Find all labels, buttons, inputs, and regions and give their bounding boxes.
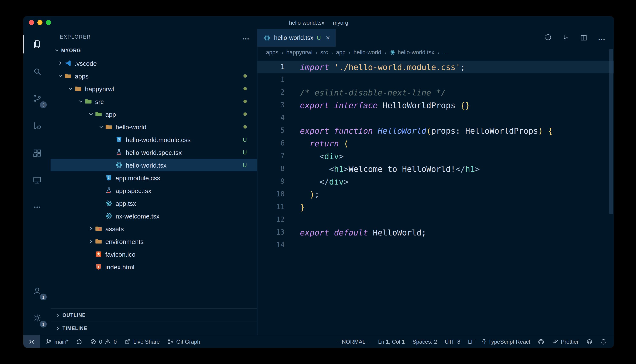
- chevron-right-icon: ›: [331, 49, 333, 56]
- status-indentation[interactable]: Spaces: 2: [409, 335, 441, 348]
- activity-more-views[interactable]: [23, 194, 51, 220]
- timeline-section-header[interactable]: TIMELINE: [51, 322, 257, 335]
- tree-item-environments[interactable]: environments: [51, 235, 257, 248]
- status-live-share[interactable]: Live Share: [120, 335, 163, 348]
- status-github[interactable]: [534, 335, 548, 348]
- activity-run-and-debug[interactable]: [23, 112, 51, 139]
- status-cursor-position[interactable]: Ln 1, Col 1: [374, 335, 409, 348]
- tree-item-index-html[interactable]: 5index.html: [51, 260, 257, 273]
- status-feedback[interactable]: [582, 335, 596, 348]
- github-icon: [538, 338, 544, 345]
- git-status-badge: U: [243, 149, 247, 156]
- react-icon: [115, 161, 123, 169]
- views-more-actions-button[interactable]: …: [242, 33, 249, 40]
- line-number: 12: [258, 214, 285, 226]
- tab-bar: hello-world.tsx U × …: [258, 29, 614, 47]
- status-label: Spaces: 2: [412, 338, 437, 345]
- breadcrumb-item-file[interactable]: hello-world.tsx: [389, 49, 435, 56]
- tree-label: environments: [105, 238, 247, 245]
- tab-hello-world-tsx[interactable]: hello-world.tsx U ×: [258, 29, 336, 47]
- status-label: -- NORMAL --: [337, 338, 370, 345]
- activity-settings[interactable]: 1: [23, 304, 51, 331]
- workspace-section-header[interactable]: MYORG: [51, 45, 257, 56]
- status-vim-mode[interactable]: -- NORMAL --: [333, 335, 374, 348]
- code-editor[interactable]: 1import './hello-world.module.css';12/* …: [258, 58, 614, 335]
- status-eol[interactable]: LF: [464, 335, 478, 348]
- chevron-down-icon: [77, 98, 85, 104]
- svg-text:3: 3: [118, 138, 120, 141]
- tree-item-apps[interactable]: apps: [51, 70, 257, 82]
- tree-item--vscode[interactable]: .vscode: [51, 57, 257, 70]
- tree-item-app[interactable]: app: [51, 108, 257, 120]
- close-button[interactable]: [29, 20, 34, 25]
- open-changes-button[interactable]: [562, 34, 570, 42]
- tree-item-app-module-css[interactable]: 3app.module.css: [51, 172, 257, 184]
- breadcrumb-item[interactable]: happynrwl: [286, 49, 312, 56]
- code-line: 12: [258, 214, 614, 226]
- tree-label: app.module.css: [116, 174, 247, 181]
- tree-item-nx-welcome-tsx[interactable]: nx-welcome.tsx: [51, 210, 257, 222]
- line-number: 3: [258, 99, 285, 112]
- editor-group: hello-world.tsx U × … apps›happynrwl›src…: [258, 29, 614, 335]
- tree-label: apps: [75, 72, 244, 80]
- tree-item-app-spec-tsx[interactable]: app.spec.tsx: [51, 184, 257, 197]
- share-icon: [124, 338, 131, 345]
- outline-section-header[interactable]: OUTLINE: [51, 308, 257, 322]
- titlebar[interactable]: hello-world.tsx — myorg: [23, 16, 614, 29]
- tree-item-app-tsx[interactable]: app.tsx: [51, 197, 257, 210]
- status-remote-indicator[interactable]: [23, 335, 40, 348]
- editor-scrollbar[interactable]: [609, 49, 613, 214]
- tree-item-src[interactable]: src: [51, 95, 257, 108]
- status-git-graph[interactable]: Git Graph: [163, 335, 204, 348]
- code-line: 10 );: [258, 188, 614, 201]
- tree-item-assets[interactable]: assets: [51, 222, 257, 235]
- breadcrumb-item[interactable]: src: [320, 49, 328, 56]
- vscode-icon: [64, 60, 72, 67]
- line-number: 8: [258, 162, 285, 175]
- breadcrumb-tail[interactable]: …: [442, 49, 448, 56]
- close-tab-button[interactable]: ×: [326, 34, 330, 42]
- activity-explorer[interactable]: [23, 30, 51, 58]
- status-prettier[interactable]: Prettier: [548, 335, 582, 348]
- status-bar: main*00Live ShareGit Graph -- NORMAL --L…: [23, 335, 614, 348]
- line-number: 1: [258, 74, 285, 86]
- chevron-right-icon: [57, 60, 64, 66]
- tree-item-hello-world-module-css[interactable]: 3hello-world.module.cssU: [51, 133, 257, 146]
- tree-item-hello-world-tsx[interactable]: hello-world.tsxU: [51, 159, 257, 172]
- tree-item-happynrwl[interactable]: happynrwl: [51, 82, 257, 95]
- remote-icon: [32, 175, 42, 185]
- tree-item-favicon-ico[interactable]: favicon.ico: [51, 248, 257, 260]
- activity-bar: 3 11: [23, 29, 51, 335]
- code-text: <div>: [300, 150, 344, 162]
- chevron-right-icon: ›: [315, 49, 317, 56]
- status-problems[interactable]: 00: [86, 335, 121, 348]
- activity-remote-explorer[interactable]: [23, 166, 51, 194]
- activity-badge: 1: [40, 321, 47, 328]
- status-sync[interactable]: [72, 335, 86, 348]
- feedback-icon: [586, 338, 593, 345]
- status-language-mode[interactable]: {}TypeScript React: [478, 335, 534, 348]
- activity-search[interactable]: [23, 58, 51, 85]
- chevron-down-icon: [54, 48, 60, 54]
- code-text: <h1>Welcome to HelloWorld!</h1>: [300, 162, 480, 175]
- chevron-right-icon: [55, 312, 61, 318]
- breadcrumb-item[interactable]: app: [336, 49, 346, 56]
- tree-item-hello-world[interactable]: hello-world: [51, 120, 257, 133]
- breadcrumb-item[interactable]: hello-world: [353, 49, 381, 56]
- status-branch[interactable]: main*: [42, 335, 72, 348]
- tree-label: hello-world.module.css: [126, 136, 243, 143]
- activity-accounts[interactable]: 1: [23, 277, 51, 304]
- minimize-button[interactable]: [37, 20, 43, 25]
- tree-item-hello-world-spec-tsx[interactable]: hello-world.spec.tsxU: [51, 146, 257, 159]
- folder-tan-icon: [74, 85, 82, 92]
- status-encoding[interactable]: UTF-8: [441, 335, 464, 348]
- split-editor-button[interactable]: [580, 34, 587, 42]
- zoom-button[interactable]: [46, 20, 51, 25]
- open-timeline-button[interactable]: [544, 34, 552, 42]
- breadcrumb-item[interactable]: apps: [266, 49, 279, 56]
- activity-extensions[interactable]: [23, 139, 51, 166]
- status-notifications[interactable]: [596, 335, 610, 348]
- more-actions-button[interactable]: …: [598, 34, 605, 42]
- activity-source-control[interactable]: 3: [23, 85, 51, 112]
- search-icon: [32, 66, 42, 76]
